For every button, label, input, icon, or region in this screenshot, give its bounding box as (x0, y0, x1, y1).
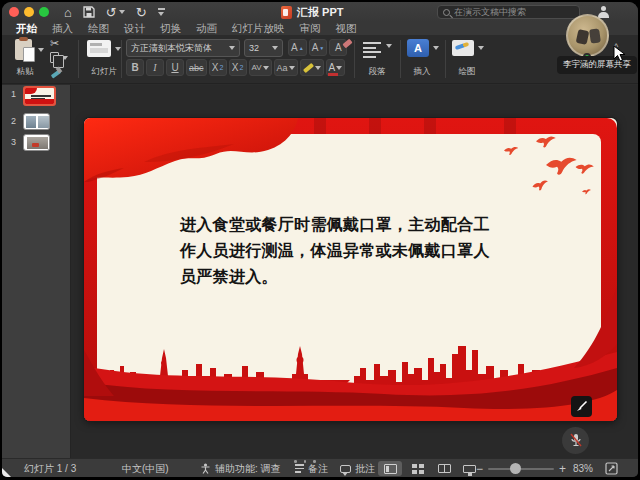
toolbar-overflow-icon[interactable] (158, 8, 165, 16)
paste-button[interactable]: 粘贴 (2, 35, 48, 84)
search-input[interactable]: 在演示文稿中搜索 (437, 5, 580, 19)
microphone-muted-icon (569, 433, 583, 448)
bold-button[interactable]: B (126, 59, 144, 76)
change-case-button[interactable]: Aa (274, 59, 298, 76)
character-spacing-button[interactable]: AV (249, 59, 272, 76)
zoom-in-button[interactable]: + (559, 459, 566, 477)
tab-insert[interactable]: 插入 (52, 22, 73, 36)
underline-button[interactable]: U (166, 59, 184, 76)
clear-formatting-button[interactable]: A (329, 39, 347, 56)
home-icon[interactable]: ⌂ (64, 6, 72, 19)
minimize-button[interactable] (24, 7, 34, 17)
slide-thumbnail-panel: 1 2 3 (2, 85, 71, 458)
italic-button[interactable]: I (146, 59, 164, 76)
paste-clipboard-icon (15, 39, 32, 60)
tab-design[interactable]: 设计 (124, 22, 145, 36)
normal-view-icon (384, 464, 397, 474)
font-name-caret-icon (229, 46, 235, 50)
redo-icon[interactable]: ↻ (136, 6, 147, 19)
slide-number: 1 (2, 86, 16, 99)
shrink-font-button[interactable]: A (309, 39, 328, 56)
window-title: 汇报 PPT (297, 5, 343, 20)
tab-start[interactable]: 开始 (16, 22, 37, 36)
paste-dropdown-caret-icon[interactable] (38, 48, 44, 52)
notes-icon (295, 464, 304, 472)
normal-view-button[interactable] (378, 461, 402, 476)
zoom-slider-track[interactable] (488, 468, 554, 470)
insert-shape-icon: A (407, 39, 429, 57)
save-icon[interactable] (83, 6, 95, 18)
insert-button[interactable]: A 插入 (404, 35, 442, 84)
slideshow-icon (463, 465, 476, 473)
copy-icon[interactable] (50, 52, 59, 63)
grow-font-button[interactable]: A (288, 39, 307, 56)
highlight-button[interactable] (300, 59, 324, 76)
search-placeholder: 在演示文稿中搜索 (454, 6, 526, 19)
body-line: 员严禁进入。 (180, 264, 516, 290)
accessibility-button[interactable]: 辅助功能: 调查 (200, 459, 281, 477)
paragraph-button[interactable]: 段落 (358, 35, 396, 84)
zoom-level[interactable]: 83% (573, 459, 593, 477)
slide-sorter-view-button[interactable] (406, 461, 430, 476)
statusbar: 幻灯片 1 / 3 中文(中国) 辅助功能: 调查 备注 批注 − + 83% (2, 458, 638, 477)
fit-to-window-icon[interactable] (605, 462, 618, 475)
slide-canvas: 进入食堂或餐厅时需佩戴口罩，主动配合工 作人员进行测温，体温异常或未佩戴口罩人 … (72, 85, 638, 458)
paragraph-caret-icon[interactable] (386, 44, 392, 48)
contact-person-icon[interactable] (598, 6, 611, 18)
avatar[interactable] (566, 14, 609, 57)
draw-caret-icon[interactable] (478, 46, 484, 50)
reading-view-button[interactable] (432, 461, 456, 476)
tab-drawing[interactable]: 绘图 (88, 22, 109, 36)
undo-dropdown-caret-icon[interactable] (119, 10, 125, 14)
titlebar: ⌂ ↺ ↻ 汇报 PPT 在演示文稿中搜索 (2, 2, 638, 22)
highlighter-icon (303, 62, 314, 72)
font-size-select[interactable]: 32 (244, 39, 283, 57)
slide-editor[interactable]: 进入食堂或餐厅时需佩戴口罩，主动配合工 作人员进行测温，体温异常或未佩戴口罩人 … (84, 118, 617, 421)
insert-caret-icon[interactable] (433, 46, 439, 50)
reading-view-icon (438, 464, 451, 473)
window-title-group: 汇报 PPT (281, 5, 343, 20)
slide-thumbnail-3[interactable] (23, 134, 50, 151)
new-slide-button[interactable]: 幻灯片 (84, 35, 124, 84)
language-indicator[interactable]: 中文(中国) (122, 459, 169, 477)
subscript-button[interactable]: X2 (229, 59, 247, 76)
slide-thumbnail-1[interactable] (23, 86, 56, 106)
slide-counter: 幻灯片 1 / 3 (24, 459, 76, 477)
slide-number: 2 (2, 113, 16, 126)
comment-bubble-icon (340, 465, 351, 473)
maximize-button[interactable] (39, 7, 49, 17)
slide-sorter-icon (412, 464, 424, 474)
font-color-button[interactable]: A (326, 59, 346, 76)
draw-button[interactable]: 绘图 (449, 35, 487, 84)
tab-slideshow[interactable]: 幻灯片放映 (232, 22, 285, 36)
accessibility-icon (200, 463, 211, 474)
paragraph-lines-icon (363, 42, 381, 58)
tab-transitions[interactable]: 切换 (160, 22, 181, 36)
font-name-select[interactable]: 方正清刻本悦宋简体 (126, 39, 240, 57)
tab-animations[interactable]: 动画 (196, 22, 217, 36)
microphone-muted-button[interactable] (562, 427, 589, 454)
slide-body-textbox[interactable]: 进入食堂或餐厅时需佩戴口罩，主动配合工 作人员进行测温，体温异常或未佩戴口罩人 … (180, 212, 516, 290)
notes-button[interactable]: 备注 (295, 459, 328, 477)
cut-icon[interactable]: ✂ (50, 38, 59, 49)
ribbon: 粘贴 ✂ 幻灯片 方正清刻本悦宋简体 32 A A (2, 35, 638, 84)
format-painter-icon[interactable] (50, 66, 62, 78)
zoom-slider-thumb[interactable] (510, 463, 521, 474)
close-button[interactable] (9, 7, 19, 17)
body-line: 进入食堂或餐厅时需佩戴口罩，主动配合工 (180, 212, 516, 238)
tab-view[interactable]: 视图 (336, 22, 357, 36)
undo-icon[interactable]: ↺ (106, 6, 117, 19)
app-window: ⌂ ↺ ↻ 汇报 PPT 在演示文稿中搜索 (2, 2, 638, 477)
zoom-out-button[interactable]: − (476, 459, 483, 477)
body-line: 作人员进行测温，体温异常或未佩戴口罩人 (180, 238, 516, 264)
superscript-button[interactable]: X2 (209, 59, 227, 76)
comments-button[interactable]: 批注 (340, 459, 375, 477)
pen-icon (575, 400, 588, 413)
tab-review[interactable]: 审阅 (300, 22, 321, 36)
slide-thumbnail-2[interactable] (23, 113, 50, 130)
pen-tool-overlay[interactable] (571, 396, 592, 417)
slide-number: 3 (2, 134, 16, 147)
strikethrough-button[interactable]: abc (186, 59, 207, 76)
search-icon (443, 9, 450, 16)
ppt-document-icon (281, 6, 292, 19)
